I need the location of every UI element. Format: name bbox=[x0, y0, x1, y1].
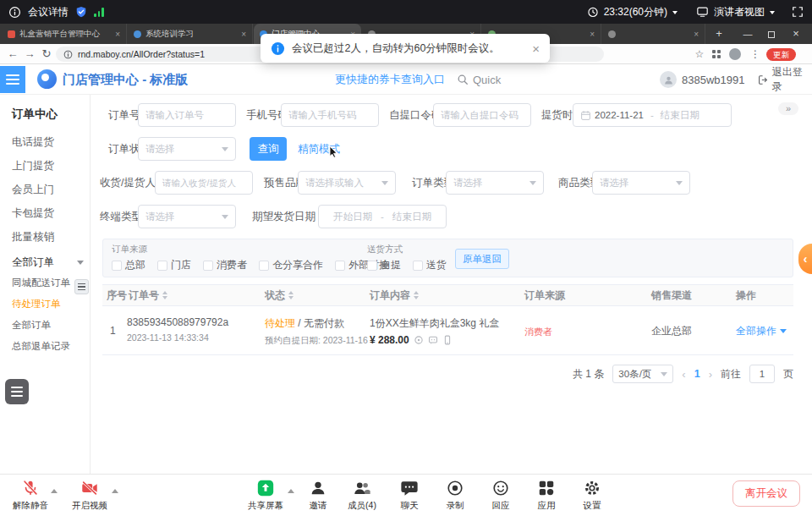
fullscreen-icon[interactable] bbox=[792, 6, 804, 18]
goods-type-select[interactable]: 请选择 bbox=[592, 171, 690, 195]
th-content[interactable]: 订单内容 bbox=[370, 284, 419, 306]
checkbox-store[interactable]: 门店 bbox=[157, 258, 191, 272]
phone-input[interactable] bbox=[281, 103, 379, 127]
timer-caret-icon[interactable] bbox=[672, 11, 678, 14]
meeting-details-label[interactable]: 会议详情 bbox=[28, 5, 69, 19]
invite-button[interactable]: 邀请 bbox=[296, 479, 340, 512]
tab-close-icon[interactable]: × bbox=[115, 30, 120, 39]
query-button[interactable]: 查询 bbox=[250, 137, 287, 161]
minimize-button[interactable]: — bbox=[736, 24, 760, 44]
video-label: 开启视频 bbox=[72, 500, 107, 512]
sidebar-item-door-pickup[interactable]: 上门提货 bbox=[0, 154, 91, 178]
checkbox-consumer[interactable]: 消费者 bbox=[203, 258, 247, 272]
member-list-button[interactable] bbox=[5, 379, 29, 404]
checkbox-icon bbox=[112, 261, 122, 271]
bookmark-star-icon[interactable]: ☆ bbox=[692, 44, 707, 64]
apps-button[interactable]: 应用 bbox=[524, 479, 568, 512]
sidebar-subitem-pending-orders[interactable]: 待处理订单 bbox=[0, 294, 91, 315]
site-info-icon[interactable] bbox=[63, 50, 73, 59]
new-tab-button[interactable]: + bbox=[710, 24, 727, 44]
next-page-button[interactable]: › bbox=[709, 368, 712, 381]
action-dropdown-label[interactable]: 全部操作 bbox=[736, 324, 776, 338]
members-button[interactable]: 成员(4) bbox=[340, 479, 384, 512]
sidebar-item-phone-pickup[interactable]: 电话提货 bbox=[0, 130, 91, 154]
view-mode-caret-icon[interactable] bbox=[770, 11, 775, 14]
sort-icon[interactable] bbox=[162, 291, 167, 299]
checkbox-warehouse-share[interactable]: 仓分享合作 bbox=[259, 258, 323, 272]
sidebar-toggle-button[interactable] bbox=[0, 66, 25, 93]
logout-button[interactable]: 退出登录 bbox=[758, 64, 812, 95]
reload-icon[interactable]: ↻ bbox=[39, 44, 54, 64]
quick-query-link[interactable]: 更快捷的券卡查询入口 bbox=[335, 64, 445, 95]
kebab-menu-icon[interactable]: ⋮ bbox=[748, 44, 763, 64]
sort-icon[interactable] bbox=[414, 291, 419, 299]
toast-close-icon[interactable]: × bbox=[532, 41, 540, 56]
quick-search-label: Quick bbox=[473, 74, 501, 86]
collapse-filter-button[interactable]: » bbox=[778, 102, 798, 115]
camera-options-chevron-icon[interactable] bbox=[112, 489, 118, 493]
th-status[interactable]: 状态 bbox=[265, 284, 294, 306]
sidebar-mini-toggle[interactable] bbox=[74, 279, 89, 294]
user-info[interactable]: 8385wb1991 bbox=[660, 64, 744, 95]
pickup-start-date: 2022-11-21 bbox=[595, 110, 644, 120]
browser-tab-1[interactable]: 礼盒营销平台管理中心 × bbox=[2, 24, 127, 44]
share-screen-button[interactable]: 共享屏幕 bbox=[244, 479, 288, 512]
page-number-current[interactable]: 1 bbox=[694, 368, 700, 380]
unmute-button[interactable]: 解除静音 bbox=[8, 479, 52, 512]
side-panel-handle[interactable]: ‹ bbox=[798, 244, 812, 274]
pickup-code-input[interactable] bbox=[433, 103, 531, 127]
sidebar-item-member-visit[interactable]: 会员上门 bbox=[0, 178, 91, 201]
start-video-button[interactable]: 开启视频 bbox=[68, 479, 112, 512]
back-icon[interactable]: ← bbox=[5, 44, 20, 64]
record-button[interactable]: 录制 bbox=[433, 479, 477, 512]
browser-tab-6[interactable]: × bbox=[602, 24, 705, 44]
brand-select[interactable]: 请选择或输入 bbox=[298, 171, 396, 195]
browser-tab-2[interactable]: 系统培训学习 × bbox=[128, 24, 253, 44]
share-options-chevron-icon[interactable] bbox=[288, 489, 294, 493]
goto-page-input[interactable] bbox=[749, 365, 775, 383]
sidebar-subitem-hq-refund-records[interactable]: 总部退单记录 bbox=[0, 336, 91, 357]
tab-close-icon[interactable]: × bbox=[241, 30, 246, 39]
mic-options-chevron-icon[interactable] bbox=[51, 489, 58, 493]
prev-page-button[interactable]: ‹ bbox=[682, 368, 685, 381]
reaction-button[interactable]: 回应 bbox=[479, 479, 523, 512]
sort-icon[interactable] bbox=[288, 291, 294, 299]
order-no-input[interactable] bbox=[138, 103, 236, 127]
update-button[interactable]: 更新 bbox=[766, 48, 796, 61]
settings-button[interactable]: 设置 bbox=[570, 479, 614, 512]
pickup-time-range[interactable]: 2022-11-21 - 结束日期 bbox=[573, 103, 732, 127]
shield-check-icon[interactable] bbox=[75, 6, 87, 18]
th-order-no[interactable]: 订单号 bbox=[129, 284, 167, 306]
checkbox-self-pickup[interactable]: 自提 bbox=[367, 258, 401, 272]
sidebar-item-card-pickup[interactable]: 卡包提货 bbox=[0, 201, 91, 225]
gear-icon bbox=[583, 479, 601, 497]
terminal-type-select[interactable]: 请选择 bbox=[138, 205, 236, 228]
order-type-select[interactable]: 请选择 bbox=[446, 171, 544, 195]
close-window-button[interactable]: × bbox=[783, 24, 809, 44]
checkbox-hq[interactable]: 总部 bbox=[112, 258, 145, 272]
chat-button[interactable]: 聊天 bbox=[387, 479, 431, 512]
quick-search[interactable]: Quick bbox=[457, 64, 501, 95]
smiley-reaction-icon bbox=[491, 479, 510, 497]
return-original-order-button[interactable]: 原单退回 bbox=[455, 249, 509, 269]
info-icon[interactable] bbox=[8, 6, 21, 19]
tab-close-icon[interactable]: × bbox=[590, 30, 595, 39]
checkbox-delivery[interactable]: 送货 bbox=[413, 258, 447, 272]
meeting-timer[interactable]: 23:32(60分钟) bbox=[604, 5, 667, 19]
maximize-button[interactable] bbox=[760, 24, 783, 44]
receiver-input[interactable] bbox=[155, 171, 253, 195]
expect-date-range[interactable]: 开始日期 - 结束日期 bbox=[318, 205, 447, 228]
profile-avatar[interactable] bbox=[729, 48, 741, 60]
sidebar-group-all-orders[interactable]: 全部订单 bbox=[0, 250, 91, 274]
leave-meeting-button[interactable]: 离开会议 bbox=[732, 480, 800, 507]
checkbox-icon bbox=[413, 261, 423, 271]
sidebar-item-batch-verify[interactable]: 批量核销 bbox=[0, 225, 91, 249]
cell-action[interactable]: 全部操作 bbox=[736, 306, 787, 355]
view-mode-label[interactable]: 演讲者视图 bbox=[714, 5, 765, 19]
extensions-icon[interactable] bbox=[712, 50, 721, 58]
sidebar-subitem-all-orders[interactable]: 全部订单 bbox=[0, 315, 91, 336]
page-size-select[interactable]: 30条/页 bbox=[612, 365, 673, 383]
forward-icon[interactable]: → bbox=[22, 44, 37, 64]
order-status-select[interactable]: 请选择 bbox=[138, 137, 236, 161]
tab-close-icon[interactable]: × bbox=[694, 30, 699, 39]
